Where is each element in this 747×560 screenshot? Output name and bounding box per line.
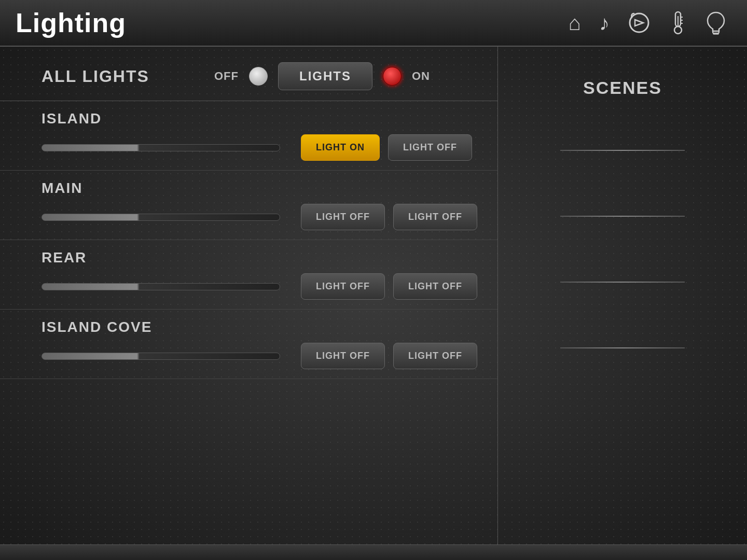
- zone-name-rear: REAR: [42, 249, 472, 266]
- footer-bar: [0, 544, 747, 560]
- main-light-off-button[interactable]: LIGHT OFF: [393, 204, 477, 230]
- scene-divider-3: [560, 282, 685, 283]
- zone-controls-rear: LIGHT OFF LIGHT OFF: [42, 273, 472, 300]
- lights-off-toggle[interactable]: [249, 67, 268, 86]
- page-title: Lighting: [16, 7, 126, 38]
- svg-point-0: [630, 13, 648, 32]
- music-icon[interactable]: ♪: [599, 11, 610, 35]
- island-buttons: LIGHT ON LIGHT OFF: [301, 134, 472, 161]
- rear-light-on-button[interactable]: LIGHT OFF: [301, 273, 385, 300]
- scene-divider-2: [560, 216, 685, 217]
- zone-controls-main: LIGHT OFF LIGHT OFF: [42, 204, 472, 230]
- thermostat-icon[interactable]: [669, 11, 687, 35]
- zone-row-main: MAIN LIGHT OFF LIGHT OFF: [0, 171, 497, 240]
- on-label: ON: [412, 69, 430, 83]
- rear-buttons: LIGHT OFF LIGHT OFF: [301, 273, 477, 300]
- island-cove-buttons: LIGHT OFF LIGHT OFF: [301, 343, 477, 369]
- light-bulb-icon[interactable]: [706, 10, 726, 35]
- header-icons: ⌂ ♪: [569, 10, 726, 35]
- zone-controls-island: LIGHT ON LIGHT OFF: [42, 134, 472, 161]
- left-panel: ALL LIGHTS OFF LIGHTS ON ISLAND LIGHT ON…: [0, 47, 498, 544]
- rear-slider[interactable]: [42, 283, 280, 290]
- lights-on-toggle[interactable]: [383, 67, 402, 86]
- zone-name-island: ISLAND: [42, 110, 472, 127]
- zone-row-island: ISLAND LIGHT ON LIGHT OFF: [0, 101, 497, 171]
- all-lights-controls: OFF LIGHTS ON: [214, 62, 430, 90]
- island-light-off-button[interactable]: LIGHT OFF: [388, 134, 472, 161]
- all-lights-label: ALL LIGHTS: [42, 67, 214, 86]
- bluray-icon[interactable]: [628, 11, 651, 34]
- zone-name-main: MAIN: [42, 180, 472, 197]
- header: Lighting ⌂ ♪: [0, 0, 747, 47]
- main-slider[interactable]: [42, 214, 280, 221]
- lights-button[interactable]: LIGHTS: [278, 62, 372, 90]
- main-light-on-button[interactable]: LIGHT OFF: [301, 204, 385, 230]
- scene-divider-4: [560, 347, 685, 348]
- island-cove-slider[interactable]: [42, 353, 280, 360]
- main-buttons: LIGHT OFF LIGHT OFF: [301, 204, 477, 230]
- island-cove-light-on-button[interactable]: LIGHT OFF: [301, 343, 385, 369]
- rear-light-off-button[interactable]: LIGHT OFF: [393, 273, 477, 300]
- scene-divider-1: [560, 150, 685, 151]
- off-label: OFF: [214, 69, 239, 83]
- island-slider[interactable]: [42, 144, 280, 151]
- all-lights-row: ALL LIGHTS OFF LIGHTS ON: [0, 47, 497, 101]
- island-cove-light-off-button[interactable]: LIGHT OFF: [393, 343, 477, 369]
- zone-row-island-cove: ISLAND COVE LIGHT OFF LIGHT OFF: [0, 310, 497, 379]
- zone-controls-island-cove: LIGHT OFF LIGHT OFF: [42, 343, 472, 369]
- island-light-on-button[interactable]: LIGHT ON: [301, 134, 380, 161]
- scenes-label: SCENES: [583, 78, 662, 98]
- zone-name-island-cove: ISLAND COVE: [42, 319, 472, 335]
- scenes-section: [498, 98, 747, 348]
- right-panel: SCENES: [498, 47, 747, 544]
- main-content: ALL LIGHTS OFF LIGHTS ON ISLAND LIGHT ON…: [0, 47, 747, 544]
- zone-row-rear: REAR LIGHT OFF LIGHT OFF: [0, 240, 497, 310]
- home-icon[interactable]: ⌂: [569, 11, 581, 35]
- svg-point-3: [674, 26, 682, 34]
